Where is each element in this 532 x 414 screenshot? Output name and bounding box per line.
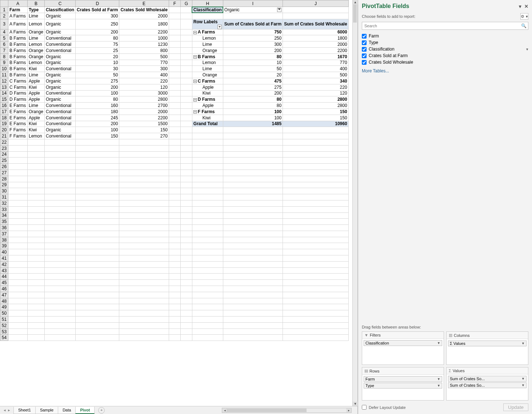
cell-F16[interactable] — [169, 103, 180, 109]
cell-J24[interactable] — [283, 151, 348, 158]
row-header-43[interactable]: 43 — [0, 267, 8, 274]
cell-A54[interactable] — [8, 335, 28, 341]
cell-E27[interactable] — [119, 170, 169, 176]
cell-F40[interactable] — [169, 249, 180, 255]
cell-G21[interactable] — [180, 133, 192, 139]
cell-F51[interactable] — [169, 317, 180, 323]
cell-H19[interactable]: Grand Total — [192, 121, 223, 127]
cell-H10[interactable]: Lime — [192, 66, 223, 72]
cell-E14[interactable]: 3000 — [119, 90, 169, 96]
cell-B48[interactable] — [28, 298, 45, 304]
defer-layout-checkbox[interactable] — [362, 405, 367, 410]
cell-H33[interactable] — [192, 206, 223, 212]
row-header-11[interactable]: 11 — [0, 72, 8, 78]
sheet-tab-sheet1[interactable]: Sheet1 — [13, 407, 36, 414]
cell-I48[interactable] — [223, 298, 283, 304]
cell-C47[interactable] — [45, 292, 76, 298]
cell-E49[interactable] — [119, 304, 169, 310]
cell-F29[interactable] — [169, 182, 180, 188]
cell-G25[interactable] — [180, 158, 192, 164]
cell-F45[interactable] — [169, 280, 180, 286]
cell-D5[interactable]: 80 — [76, 35, 119, 41]
cell-H14[interactable]: Kiwi — [192, 90, 223, 96]
cell-A36[interactable] — [8, 225, 28, 231]
cell-G24[interactable] — [180, 151, 192, 158]
row-header-6[interactable]: 6 — [0, 41, 8, 48]
cell-H4[interactable]: −A Farms — [192, 29, 223, 35]
cell-A41[interactable] — [8, 255, 28, 262]
cell-B14[interactable]: Apple — [28, 90, 45, 96]
cell-H39[interactable] — [192, 243, 223, 249]
cell-H38[interactable] — [192, 237, 223, 243]
row-header-17[interactable]: 17 — [0, 108, 8, 115]
cell-B49[interactable] — [28, 304, 45, 310]
cell-G9[interactable] — [180, 60, 192, 66]
cell-G45[interactable] — [180, 280, 192, 286]
cell-C33[interactable] — [45, 206, 76, 212]
cell-E40[interactable] — [119, 249, 169, 255]
cell-B45[interactable] — [28, 280, 45, 286]
cell-B7[interactable]: Orange — [28, 47, 45, 53]
row-labels-dropdown-icon[interactable] — [217, 25, 222, 29]
cell-H36[interactable] — [192, 225, 223, 231]
cell-H24[interactable] — [192, 151, 223, 158]
cell-D37[interactable] — [76, 231, 119, 237]
field-filter-icon[interactable]: ▾ — [526, 47, 528, 52]
cell-D33[interactable] — [76, 206, 119, 212]
pivot-filter-label[interactable]: Classification — [192, 7, 223, 13]
cell-A45[interactable] — [8, 280, 28, 286]
cell-I43[interactable] — [223, 267, 283, 274]
cell-C40[interactable] — [45, 249, 76, 255]
area-pill[interactable]: Sum of Crates So...▼ — [448, 376, 527, 382]
cell-D12[interactable]: 275 — [76, 78, 119, 84]
cell-F32[interactable] — [169, 200, 180, 206]
cell-A51[interactable] — [8, 317, 28, 323]
field-item-crates-sold-at-farm[interactable]: Crates Sold at Farm — [362, 52, 528, 59]
row-header-50[interactable]: 50 — [0, 310, 8, 317]
cell-B18[interactable]: Apple — [28, 115, 45, 121]
cell-F4[interactable] — [169, 29, 180, 35]
cell-C46[interactable] — [45, 286, 76, 292]
cell-D50[interactable] — [76, 310, 119, 317]
cell-C43[interactable] — [45, 267, 76, 274]
cell-C30[interactable] — [45, 188, 76, 194]
cell-D28[interactable] — [76, 176, 119, 182]
cell-C28[interactable] — [45, 176, 76, 182]
cell-E19[interactable]: 1500 — [119, 121, 169, 127]
cell-E2[interactable]: 2000 — [119, 13, 169, 19]
cell-E15[interactable]: 2800 — [119, 96, 169, 103]
cell-I12[interactable]: 475 — [223, 78, 283, 84]
row-header-15[interactable]: 15 — [0, 96, 8, 103]
cell-E26[interactable] — [119, 164, 169, 170]
cell-I18[interactable]: 100 — [223, 115, 283, 121]
cell-G36[interactable] — [180, 225, 192, 231]
cell-J7[interactable]: 2200 — [283, 47, 348, 53]
cell-E47[interactable] — [119, 292, 169, 298]
cell-A6[interactable]: B Farms — [8, 41, 28, 48]
cell-D4[interactable]: 200 — [76, 29, 119, 35]
cell-H54[interactable] — [192, 335, 223, 341]
cell-J48[interactable] — [283, 298, 348, 304]
area-pill[interactable]: Classification▼ — [364, 340, 442, 346]
cell-F53[interactable] — [169, 329, 180, 335]
cell-H40[interactable] — [192, 249, 223, 255]
cell-J29[interactable] — [283, 182, 348, 188]
cell-B4[interactable]: Orange — [28, 29, 45, 35]
row-header-28[interactable]: 28 — [0, 176, 8, 182]
cell-F37[interactable] — [169, 231, 180, 237]
pivot-filter-value[interactable]: Organic — [223, 7, 283, 13]
cell-H27[interactable] — [192, 170, 223, 176]
cell-B19[interactable]: Kiwi — [28, 121, 45, 127]
cell-J38[interactable] — [283, 237, 348, 243]
cell-A39[interactable] — [8, 243, 28, 249]
cell-E42[interactable] — [119, 261, 169, 267]
cell-F9[interactable] — [169, 60, 180, 66]
cell-A29[interactable] — [8, 182, 28, 188]
cell-H11[interactable]: Orange — [192, 72, 223, 78]
cell-B8[interactable]: Orange — [28, 53, 45, 60]
cell-A44[interactable] — [8, 274, 28, 280]
cell-H32[interactable] — [192, 200, 223, 206]
cell-B13[interactable]: Kiwi — [28, 84, 45, 90]
cell-H51[interactable] — [192, 317, 223, 323]
row-header-36[interactable]: 36 — [0, 225, 8, 231]
